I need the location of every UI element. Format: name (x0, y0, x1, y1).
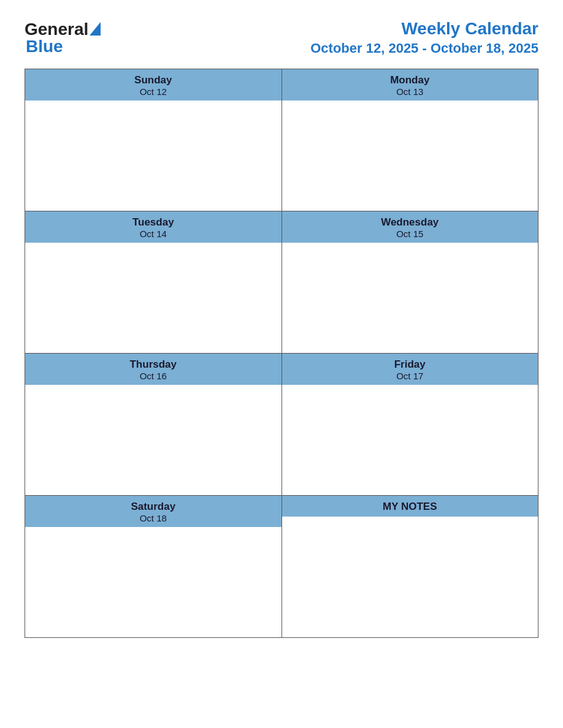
calendar-title: Weekly Calendar (310, 18, 538, 39)
thursday-header: Thursday Oct 16 (25, 354, 282, 385)
friday-cell: Friday Oct 17 (282, 354, 538, 496)
logo-triangle-icon (90, 22, 101, 36)
monday-header: Monday Oct 13 (282, 69, 538, 100)
friday-header: Friday Oct 17 (282, 354, 538, 385)
sunday-cell: Sunday Oct 12 (25, 69, 282, 211)
saturday-name: Saturday (28, 501, 279, 513)
wednesday-header: Wednesday Oct 15 (282, 211, 538, 243)
thursday-content (25, 385, 282, 495)
calendar-title-block: Weekly Calendar October 12, 2025 - Octob… (310, 18, 538, 58)
notes-cell: MY NOTES (282, 496, 538, 638)
thursday-cell: Thursday Oct 16 (25, 354, 282, 496)
sunday-content (25, 100, 282, 211)
friday-content (282, 385, 538, 495)
calendar-row-3: Thursday Oct 16 Friday Oct 17 (25, 354, 538, 496)
calendar-date-range: October 12, 2025 - October 18, 2025 (310, 39, 538, 58)
wednesday-date: Oct 15 (285, 229, 536, 239)
tuesday-name: Tuesday (28, 216, 279, 229)
notes-header: MY NOTES (282, 496, 538, 517)
logo-general-text: General (25, 21, 88, 38)
page-header: General Blue Weekly Calendar October 12,… (25, 18, 538, 58)
logo-blue-text: Blue (26, 38, 101, 55)
tuesday-cell: Tuesday Oct 14 (25, 211, 282, 354)
wednesday-content (282, 243, 538, 353)
saturday-content (25, 527, 282, 637)
thursday-name: Thursday (28, 358, 279, 371)
tuesday-date: Oct 14 (28, 229, 279, 239)
sunday-header: Sunday Oct 12 (25, 69, 282, 100)
calendar-row-1: Sunday Oct 12 Monday Oct 13 (25, 69, 538, 211)
monday-name: Monday (285, 74, 536, 86)
notes-label: MY NOTES (285, 501, 536, 513)
saturday-header: Saturday Oct 18 (25, 496, 282, 527)
calendar-table: Sunday Oct 12 Monday Oct 13 Tuesday Oct … (25, 69, 538, 638)
saturday-cell: Saturday Oct 18 (25, 496, 282, 638)
monday-content (282, 100, 538, 211)
wednesday-cell: Wednesday Oct 15 (282, 211, 538, 354)
sunday-date: Oct 12 (28, 86, 279, 97)
friday-name: Friday (285, 358, 536, 371)
tuesday-header: Tuesday Oct 14 (25, 211, 282, 243)
calendar-row-2: Tuesday Oct 14 Wednesday Oct 15 (25, 211, 538, 354)
thursday-date: Oct 16 (28, 371, 279, 381)
monday-date: Oct 13 (285, 86, 536, 97)
sunday-name: Sunday (28, 74, 279, 86)
friday-date: Oct 17 (285, 371, 536, 381)
notes-content (282, 517, 538, 627)
calendar-row-4: Saturday Oct 18 MY NOTES (25, 496, 538, 638)
logo: General Blue (25, 21, 101, 55)
monday-cell: Monday Oct 13 (282, 69, 538, 211)
wednesday-name: Wednesday (285, 216, 536, 229)
saturday-date: Oct 18 (28, 513, 279, 523)
tuesday-content (25, 243, 282, 353)
